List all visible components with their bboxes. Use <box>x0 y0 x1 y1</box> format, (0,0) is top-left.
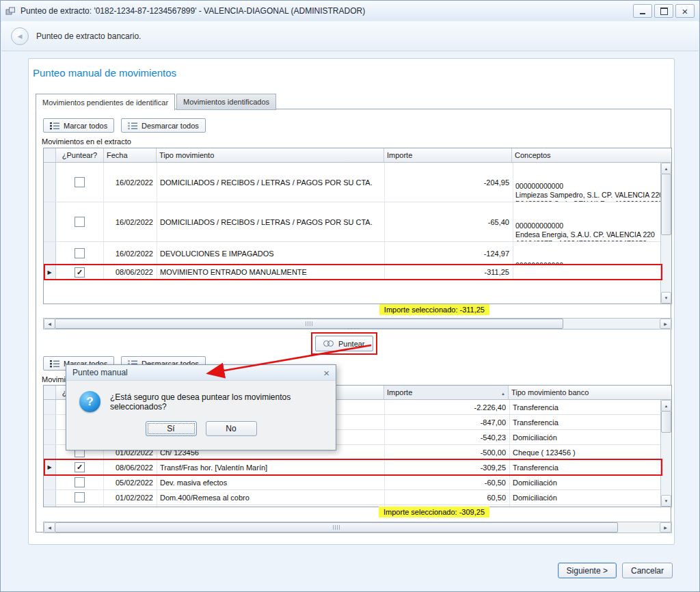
cell-fecha: 16/02/2022 <box>104 242 157 265</box>
bank-row-selected[interactable]: 08/06/2022 Transf/Fras hor. [Valentín Ma… <box>44 460 671 475</box>
scroll-thumb[interactable] <box>661 174 671 235</box>
bank-row[interactable]: 05/02/2022 Dev. masiva efectos -60,50 Do… <box>44 475 671 490</box>
scroll-thumb[interactable] <box>661 411 671 433</box>
current-row-arrow-icon <box>44 265 56 279</box>
splitter-grip[interactable] <box>36 325 671 331</box>
extract-row[interactable]: 16/02/2022 DOMICILIADOS / RECIBOS / LETR… <box>44 202 671 242</box>
extract-grid-header: ¿Puntear? Fecha Tipo movimiento Importe … <box>44 148 671 163</box>
scroll-right-icon[interactable] <box>660 522 671 533</box>
question-icon: ? <box>79 391 100 412</box>
minimize-button[interactable] <box>633 4 652 18</box>
bank-vertical-scrollbar[interactable] <box>660 400 671 507</box>
cell-tipo-movimiento: MOVIMIENTO ENTRADO MANUALMENTE <box>157 265 385 279</box>
puntear-label: Puntear <box>338 340 365 348</box>
col-header-importe[interactable]: Importe <box>384 148 512 162</box>
cell-conceptos: Su orden de transferencia <box>513 265 672 279</box>
cell-tipo-banco: Domiciliación <box>510 505 672 507</box>
cell-tipo-banco: Transferencia <box>510 415 672 429</box>
col-header-puntear[interactable]: ¿Puntear? <box>56 148 104 162</box>
cell-importe: 60,50 <box>385 490 510 504</box>
row-indicator-header <box>44 148 56 162</box>
puntear-checkbox[interactable] <box>75 177 85 187</box>
scroll-up-icon[interactable] <box>661 400 671 412</box>
puntear-checkbox[interactable] <box>75 492 85 502</box>
puntear-checkbox[interactable] <box>75 248 85 258</box>
cell-tipo-banco: Transferencia <box>510 400 672 414</box>
tab-movimientos-pendientes[interactable]: Movimientos pendientes de identificar <box>36 94 175 111</box>
no-button[interactable]: No <box>206 421 257 436</box>
scroll-up-icon[interactable] <box>661 163 671 174</box>
col-header-importe-sorted[interactable]: Importe <box>384 386 509 399</box>
puntear-annotation-box: Puntear <box>311 332 377 355</box>
maximize-button[interactable] <box>654 4 673 18</box>
marcar-todos-button[interactable]: Marcar todos <box>43 118 114 133</box>
puntear-button[interactable]: Puntear <box>315 336 373 351</box>
cell-tipo-movimiento: Dom.401/Remesa al cobro <box>157 505 385 507</box>
scroll-down-icon[interactable] <box>661 495 671 507</box>
cell-conceptos: 000000000000Endesa Energia, S.A.U. CP. V… <box>513 202 672 241</box>
cell-importe: -500,00 <box>385 445 510 459</box>
row-indicator <box>44 430 56 444</box>
scroll-down-icon[interactable] <box>661 292 671 304</box>
cell-importe: -2.226,40 <box>385 400 510 414</box>
cancelar-button[interactable]: Cancelar <box>622 563 673 578</box>
row-indicator <box>44 505 56 507</box>
tab-panel: Marcar todos Desmarcar todos Movimientos… <box>36 109 671 533</box>
scroll-left-icon[interactable] <box>44 522 55 533</box>
col-header-tipo-movimiento-banco[interactable]: Tipo movimiento banco <box>509 386 672 399</box>
tab-movimientos-identificados[interactable]: Movimientos identificados <box>176 94 276 110</box>
cell-importe: -65,40 <box>385 202 513 241</box>
cell-tipo-banco: Domiciliación <box>510 475 672 489</box>
col-header-fecha[interactable]: Fecha <box>104 148 157 162</box>
cell-tipo-movimiento: DOMICILIADOS / RECIBOS / LETRAS / PAGOS … <box>157 163 385 202</box>
desmarcar-todos-button[interactable]: Desmarcar todos <box>121 118 206 133</box>
bank-horizontal-scrollbar[interactable] <box>43 522 672 533</box>
extract-grid: ¿Puntear? Fecha Tipo movimiento Importe … <box>43 148 672 304</box>
yes-button[interactable]: Sí <box>146 421 197 436</box>
siguiente-button[interactable]: Siguiente > <box>558 563 617 578</box>
cell-importe: -309,25 <box>385 460 510 474</box>
cell-tipo-banco: Transferencia <box>510 460 672 474</box>
row-indicator <box>44 242 56 265</box>
marcar-todos-label: Marcar todos <box>64 122 107 130</box>
dialog-message: ¿Está seguro que desea puntear los movim… <box>110 392 327 412</box>
scroll-thumb[interactable] <box>55 522 618 533</box>
list-uncheck-icon <box>128 122 137 130</box>
cell-fecha: 05/02/2022 <box>104 475 157 489</box>
cell-fecha: 08/06/2022 <box>104 265 157 279</box>
puntear-checkbox[interactable] <box>75 217 85 227</box>
cell-fecha: 16/02/2022 <box>104 202 157 241</box>
dialog-buttons: Sí No <box>66 421 336 436</box>
dialog-body: ? ¿Está seguro que desea puntear los mov… <box>66 381 336 412</box>
cell-tipo-banco: Domiciliación <box>510 430 672 444</box>
cell-fecha: 08/06/2022 <box>104 460 157 474</box>
extract-row[interactable]: 16/02/2022 DEVOLUCIONES E IMPAGADOS -124… <box>44 242 671 265</box>
extract-row[interactable]: 16/02/2022 DOMICILIADOS / RECIBOS / LETR… <box>44 163 671 202</box>
row-indicator <box>44 475 56 489</box>
puntear-checkbox[interactable] <box>75 477 85 487</box>
col-header-tipo-movimiento[interactable]: Tipo movimiento <box>157 148 384 162</box>
bank-selected-total: Importe seleccionado: -309,25 <box>379 507 489 517</box>
extract-vertical-scrollbar[interactable] <box>660 163 671 304</box>
tab-strip: Movimientos pendientes de identificar Mo… <box>36 94 278 110</box>
dialog-titlebar[interactable]: Punteo manual <box>66 365 336 381</box>
puntear-checkbox[interactable] <box>75 462 85 472</box>
row-indicator <box>44 400 56 414</box>
window-title: Punteo de extracto: '0182-1234-87-123456… <box>21 6 633 16</box>
titlebar: Punteo de extracto: '0182-1234-87-123456… <box>1 1 699 22</box>
puntear-checkbox[interactable] <box>75 267 85 278</box>
bank-row[interactable]: 01/02/2022 Dom.400/Remesa al cobro 60,50… <box>44 490 671 505</box>
wizard-header: Punteo de extracto bancario. <box>1 21 699 51</box>
row-indicator <box>44 163 56 202</box>
cell-tipo-movimiento: DEVOLUCIONES E IMPAGADOS <box>157 242 385 265</box>
dialog-close-icon[interactable] <box>323 367 329 379</box>
close-button[interactable] <box>675 4 695 18</box>
back-button[interactable] <box>11 27 29 45</box>
extract-row-selected[interactable]: 08/06/2022 MOVIMIENTO ENTRADO MANUALMENT… <box>44 265 671 280</box>
cell-fecha: 16/02/2022 <box>104 163 157 202</box>
cell-tipo-movimiento: Transf/Fras hor. [Valentín Marín] <box>157 460 385 474</box>
bank-row[interactable]: 01/01/2022 Dom.401/Remesa al cobro 3.027… <box>44 505 671 507</box>
cell-importe: -311,25 <box>385 265 513 279</box>
app-icon <box>5 7 16 16</box>
col-header-conceptos[interactable]: Conceptos <box>512 148 672 162</box>
